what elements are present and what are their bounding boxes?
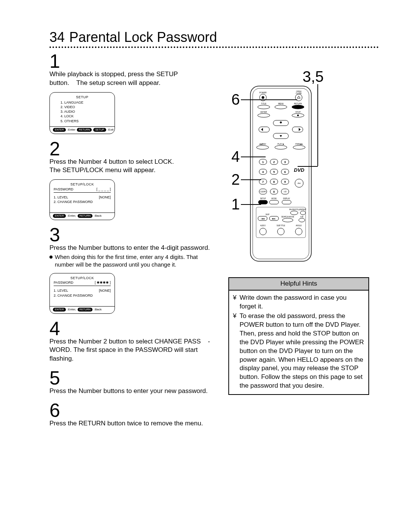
svg-text:1: 1 (262, 160, 264, 164)
svg-point-74 (282, 218, 293, 222)
callout-line (241, 157, 266, 157)
callout-35: 3,5 (303, 69, 324, 84)
osd-lock-stars: SETUP/LOCK PASSWORD[ ✱✱✱✱ ] 1. LEVEL[NON… (49, 273, 115, 313)
svg-text:2: 2 (273, 160, 275, 164)
svg-text:SUB TITLE: SUB TITLE (277, 225, 285, 227)
svg-point-27 (275, 145, 287, 149)
svg-text:AUDIO: AUDIO (260, 225, 266, 227)
svg-point-79 (260, 228, 266, 235)
svg-text:ENTER: ENTER (261, 111, 267, 113)
svg-text:DISPLAY: DISPLAY (283, 198, 290, 200)
step-text-4: Press the Number 2 button to select CHAN… (49, 337, 217, 364)
svg-point-11 (258, 105, 270, 109)
svg-rect-18 (297, 115, 299, 116)
svg-point-75 (299, 218, 305, 222)
step-text-2: Press the Number 4 button to select LOCK… (49, 158, 217, 175)
svg-text:9: 9 (284, 180, 286, 184)
step-text-5: Press the Number buttons to enter your n… (49, 387, 217, 396)
callout-line (241, 204, 261, 205)
step-number-1: 1 (49, 52, 217, 71)
svg-text:5: 5 (273, 170, 275, 174)
callout-6: 6 (231, 92, 240, 107)
svg-point-81 (295, 228, 302, 235)
svg-point-80 (277, 228, 284, 235)
svg-text:SEARCH MODE: SEARCH MODE (281, 216, 294, 218)
svg-point-12 (275, 105, 287, 109)
osd-lock-blank: SETUP/LOCK PASSWORD[ _ _ _ _ ] 1. LEVEL[… (49, 179, 115, 220)
svg-text:CLEAR: CLEAR (260, 191, 266, 193)
step-3-bullet: When doing this for the first time, ente… (49, 253, 217, 269)
svg-rect-22 (292, 127, 303, 132)
svg-rect-59 (258, 200, 268, 204)
step-number-3: 3 (49, 225, 217, 244)
callout-line (241, 99, 297, 100)
svg-text:disc: disc (298, 182, 301, 184)
svg-text:A-B: A-B (300, 216, 303, 218)
svg-text:8: 8 (273, 180, 275, 184)
svg-point-26 (256, 145, 269, 149)
svg-text:3: 3 (284, 160, 286, 164)
svg-text:SKIP: SKIP (266, 214, 269, 216)
svg-text:6: 6 (284, 170, 286, 174)
svg-text:MENU: MENU (278, 102, 284, 105)
svg-text:TITLE: TITLE (261, 102, 266, 105)
hint-item-1: ¥ Write down the password in case you fo… (233, 294, 365, 311)
svg-point-16 (258, 113, 270, 117)
step-number-6: 6 (49, 401, 217, 420)
callout-2: 2 (231, 172, 240, 187)
svg-point-4 (262, 96, 264, 99)
svg-text:STOP: STOP (295, 111, 301, 113)
svg-text:0: 0 (273, 190, 275, 193)
svg-rect-60 (269, 200, 279, 204)
step-number-2: 2 (49, 139, 217, 158)
callout-line (298, 166, 318, 167)
helpful-hints-title: Helpful Hints (229, 278, 368, 291)
svg-point-13 (292, 105, 304, 109)
svg-text:▶▶|: ▶▶| (272, 218, 276, 220)
callout-1: 1 (231, 197, 240, 212)
step-text-3: Press the Number buttons to enter the 4-… (49, 244, 217, 252)
svg-point-72 (290, 211, 298, 215)
svg-rect-61 (282, 200, 291, 204)
step-number-4: 4 (49, 319, 217, 338)
svg-text:|◀◀: |◀◀ (261, 218, 264, 220)
svg-text:ANGLE: ANGLE (296, 225, 301, 227)
svg-text:DVD: DVD (294, 167, 304, 173)
helpful-hints-box: Helpful Hints ¥ Write down the password … (228, 277, 369, 395)
step-text-1: While playback is stopped, press the SET… (49, 70, 217, 88)
callout-4: 4 (231, 149, 240, 164)
svg-text:7: 7 (262, 180, 264, 184)
svg-text:REPEAT: REPEAT (299, 209, 306, 211)
svg-text:RETURN: RETURN (294, 102, 302, 105)
step-text-6: Press the RETURN button twice to remove … (49, 419, 217, 428)
osd-setup: SETUP 1. LANGUAGE 2. VIDEO 3. AUDIO 4. L… (49, 92, 115, 134)
svg-text:SETUP: SETUP (260, 198, 266, 200)
step-number-5: 5 (49, 369, 217, 388)
svg-text:4: 4 (262, 170, 264, 174)
svg-text:+10: +10 (284, 191, 287, 193)
svg-point-28 (293, 145, 305, 149)
callout-line (241, 179, 261, 180)
svg-text:POWER: POWER (260, 91, 267, 94)
page-number: 34 (49, 30, 65, 44)
svg-text:PLAY ▶: PLAY ▶ (277, 143, 284, 145)
page-title: Parental Lock Password (69, 30, 217, 44)
svg-text:FWD▶▶: FWD▶▶ (295, 143, 303, 145)
svg-text:MODE: MODE (271, 198, 277, 200)
svg-text:PAUSE/STILL: PAUSE/STILL (289, 209, 300, 211)
svg-rect-21 (259, 127, 269, 132)
hint-item-2: ¥ To erase the old password, press the P… (233, 312, 365, 390)
svg-point-73 (300, 211, 306, 215)
callout-line (317, 84, 318, 166)
svg-text:◀◀REV: ◀◀REV (259, 143, 266, 145)
